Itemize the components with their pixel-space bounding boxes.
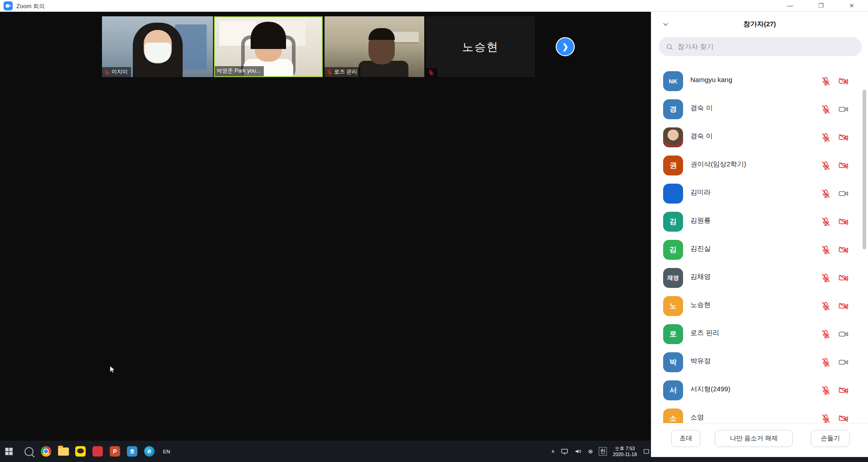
video-name-label: 박영준 Park you... [215,66,264,76]
video-name-label: 이지미 [102,67,131,77]
participant-row[interactable]: 김김진실 [651,239,868,263]
start-button[interactable] [3,445,15,457]
mic-muted-icon[interactable] [821,160,831,172]
participants-panel: 참가자(27) 참가자 찾기 NKNamgyu kang경경숙 이경숙 이권권이… [651,12,868,457]
camera-on-icon[interactable] [838,357,849,369]
taskbar-lang-en-icon[interactable]: EN [160,445,173,457]
participant-row[interactable]: 박박유정 [651,351,868,375]
mic-muted-icon[interactable] [821,217,831,229]
participant-row[interactable]: 김미라 [651,183,868,206]
mic-muted-icon [104,69,110,75]
blocked-tray-icon[interactable]: ⊗ [588,448,593,455]
mic-muted-icon[interactable] [821,76,831,88]
edge-icon: e [144,446,155,457]
mouse-cursor [108,365,116,376]
mic-muted-icon[interactable] [821,301,831,313]
video-tile[interactable]: 이지미 [102,16,213,77]
camera-off-icon[interactable] [838,245,849,257]
participant-row[interactable]: 경숙 이 [651,126,868,150]
unmute-me-button[interactable]: 나만 음소거 해제 [715,430,793,447]
taskbar-chrome-icon[interactable] [40,445,52,457]
video-tile[interactable]: 로즈 핀리 [325,16,424,77]
raise-hand-button[interactable]: 손들기 [811,430,850,447]
face-mask [145,43,171,63]
mic-muted-icon[interactable] [821,329,831,341]
participant-row[interactable]: 서서지형(2499) [651,379,868,403]
camera-on-icon[interactable] [838,189,849,200]
camera-off-icon[interactable] [838,273,849,285]
camera-off-icon[interactable] [838,76,849,88]
participant-name: 김원룡 [690,216,711,225]
taskbar-kakaotalk-icon[interactable] [74,445,87,457]
invite-button[interactable]: 초대 [671,430,700,447]
mic-muted-icon [326,69,333,75]
ime-korean-indicator[interactable]: 한 [599,447,607,456]
participant-row[interactable]: 노노승현 [651,295,868,319]
participant-row[interactable]: 로로즈 핀리 [651,323,868,347]
mic-muted-icon[interactable] [821,189,831,200]
participant-status-icons [821,301,849,313]
mic-muted-icon[interactable] [821,385,831,397]
participant-avatar: 김 [663,240,683,260]
taskbar-app-red-icon[interactable] [92,445,104,457]
video-tile[interactable]: 박영준 Park you... [214,16,323,77]
participant-row[interactable]: 김김원룡 [651,211,868,234]
camera-off-icon[interactable] [838,217,849,229]
language-indicator: EN [163,449,170,454]
mic-muted-icon[interactable] [821,132,831,144]
participant-avatar: 권 [663,156,683,175]
search-icon [666,43,674,51]
participant-row[interactable]: NKNamgyu kang [651,70,868,94]
participant-status-icons [821,189,849,200]
action-center-icon[interactable] [643,448,650,455]
close-icon[interactable]: ✕ [844,0,859,12]
participant-avatar: 채영 [663,268,683,288]
participant-name: 박유정 [690,357,711,365]
participant-avatar [663,127,683,147]
mic-muted-icon[interactable] [821,357,831,369]
participant-status-icons [821,76,849,88]
video-name-label: 로즈 핀리 [325,67,360,77]
participant-video [251,22,286,49]
taskbar-hwp-icon[interactable]: 호 [126,445,138,457]
mic-muted-icon[interactable] [821,104,831,116]
next-videos-button[interactable]: ❯ [556,37,575,56]
restore-icon[interactable]: ❐ [813,0,829,12]
participant-avatar: 노 [663,296,683,316]
camera-on-icon[interactable] [838,329,849,341]
participants-title: 참가자(27) [651,20,868,29]
participant-row[interactable]: 권권이삭(임상2학기) [651,155,868,178]
mic-muted-icon[interactable] [821,245,831,257]
participant-name: 김채영 [690,272,711,281]
taskbar-powerpoint-icon[interactable]: P [109,445,121,457]
participant-name: 경숙 이 [690,104,713,112]
participant-name: 경숙 이 [690,132,713,141]
participant-row[interactable]: 경경숙 이 [651,98,868,122]
camera-off-icon[interactable] [838,385,849,397]
minimize-icon[interactable]: — [782,0,798,12]
participant-search-input[interactable]: 참가자 찾기 [659,37,862,56]
camera-off-icon[interactable] [838,132,849,144]
participant-name: 김진실 [690,244,711,253]
taskbar-edge-icon[interactable]: e [143,445,155,457]
volume-tray-icon[interactable] [574,447,582,455]
tray-expand-icon[interactable]: ∧ [551,448,555,454]
tray-clock[interactable]: 오후 7:53 2020-11-18 [613,446,637,457]
display-tray-icon[interactable] [561,447,568,455]
taskbar-explorer-icon[interactable] [57,445,69,457]
participant-status-icons [821,357,849,369]
participant-status-icons [821,329,849,341]
hwp-icon: 호 [127,446,137,457]
participant-row[interactable]: 채영김채영 [651,267,868,291]
participant-name: 노승현 [690,301,711,309]
mic-muted-icon[interactable] [821,273,831,285]
camera-on-icon[interactable] [838,104,849,116]
camera-off-icon[interactable] [838,301,849,313]
clock-date: 2020-11-18 [613,452,637,457]
camera-off-icon[interactable] [838,160,849,172]
participants-scrollbar[interactable] [863,90,866,249]
video-tile[interactable]: 노승현 [426,16,535,77]
taskbar-search-icon[interactable] [23,445,35,457]
participant-name: 서지형(2499) [690,385,730,394]
system-tray: ∧ ⊗ 한 오후 7:53 2020-11-18 [551,441,650,462]
